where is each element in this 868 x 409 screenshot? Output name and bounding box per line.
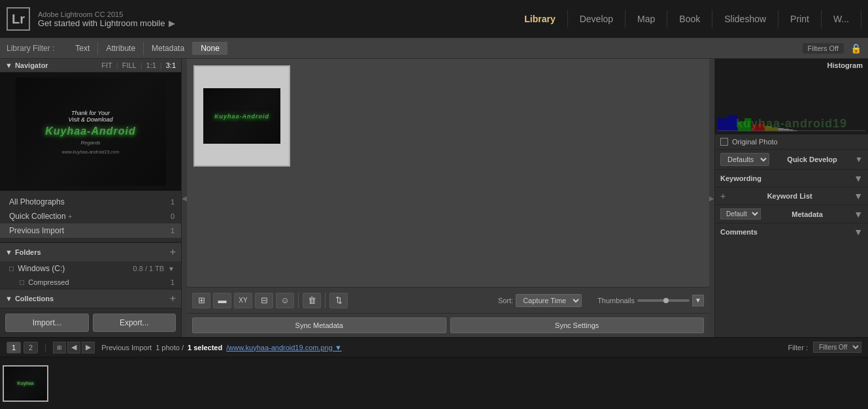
folder-arrow-icon: ▼	[168, 265, 175, 272]
lock-icon[interactable]: 🔒	[850, 43, 861, 54]
status-selected: 1 selected	[188, 344, 222, 352]
keyword-list-add-icon[interactable]: +	[720, 191, 726, 201]
quick-develop-title: Quick Develop	[787, 155, 837, 163]
folders-header[interactable]: ▼ Folders +	[0, 242, 181, 261]
metadata-title: Metadata	[792, 210, 823, 218]
tab-slideshow[interactable]: Slideshow	[712, 10, 778, 28]
tab-book[interactable]: Book	[667, 10, 712, 28]
survey-view-button[interactable]: ⊟	[255, 293, 273, 308]
catalog-previous-import[interactable]: Previous Import 1	[0, 223, 181, 238]
export-button[interactable]: Export...	[93, 314, 176, 332]
thumbnails-dropdown[interactable]: ▼	[692, 295, 704, 306]
center-panel: Kuyhaa-Android ⊞ ▬ XY ⊟ ☺ 🗑 ⇅ Sort: Capt…	[187, 59, 709, 337]
zoom-3-1[interactable]: 3:1	[166, 61, 176, 69]
sync-settings-button[interactable]: Sync Settings	[450, 318, 705, 333]
histogram-area: Histogram kuyhaa-android19	[715, 59, 868, 134]
histogram-title: Histogram	[827, 61, 863, 69]
delete-button[interactable]: 🗑	[303, 293, 321, 308]
svg-rect-2	[738, 122, 744, 131]
zoom-fit[interactable]: FIT	[101, 61, 112, 69]
filters-off-button[interactable]: Filters Off	[803, 43, 844, 54]
filter-label-status: Filter :	[788, 344, 808, 352]
original-photo-checkbox[interactable]	[720, 138, 728, 146]
navigator-triangle[interactable]: ▼	[5, 61, 12, 69]
svg-rect-1	[727, 115, 737, 131]
filter-value-select[interactable]: Filters Off	[813, 342, 861, 353]
filter-options: Text Attribute Metadata None	[67, 42, 802, 55]
nav-tabs: Library Develop Map Book Slideshow Print…	[512, 10, 861, 28]
thumb-size-area: Thumbnails ▼	[597, 295, 704, 306]
navigator-title: ▼ Navigator	[5, 61, 48, 69]
photo-preview: Thank for YourVisit & Download Kuyhaa-An…	[16, 78, 166, 186]
left-panel-collapse[interactable]: ◀	[182, 59, 187, 337]
status-url[interactable]: /www.kuyhaa-android19.com.png ▼	[226, 344, 342, 352]
tab-print[interactable]: Print	[778, 10, 822, 28]
photo-thumbnail-1[interactable]: Kuyhaa-Android	[193, 65, 290, 167]
grid-view-button[interactable]: ⊞	[192, 293, 210, 308]
tagline-arrow[interactable]: ▶	[169, 18, 175, 28]
svg-rect-5	[758, 123, 765, 131]
face-view-button[interactable]: ☺	[276, 293, 294, 308]
status-info: Previous Import 1 photo / 1 selected /ww…	[101, 344, 342, 352]
prev-arrow[interactable]: ◀	[67, 342, 80, 353]
app-logo: Lr	[7, 7, 30, 31]
app-info: Adobe Lightroom CC 2015 Get started with…	[38, 10, 512, 28]
folder-icon: □	[20, 278, 24, 287]
keyword-list-section[interactable]: + Keyword List ▼	[715, 187, 868, 204]
filmstrip: Kuyhaa	[0, 357, 868, 409]
tab-web[interactable]: W...	[822, 10, 861, 28]
slider-handle[interactable]	[663, 298, 669, 303]
filter-metadata[interactable]: Metadata	[143, 42, 192, 55]
subfolder-compressed[interactable]: □ Compressed 1	[0, 276, 181, 289]
folder-windows-c[interactable]: □ Windows (C:) 0.8 / 1 TB ▼	[0, 261, 181, 276]
sync-metadata-button[interactable]: Sync Metadata	[192, 318, 446, 333]
metadata-dropdown[interactable]: Default	[720, 208, 761, 220]
sync-buttons-area: Sync Metadata Sync Settings	[187, 313, 709, 337]
sort-icon-button[interactable]: ⇅	[329, 293, 348, 308]
filmstrip-item-1[interactable]: Kuyhaa	[3, 365, 48, 402]
sort-select[interactable]: Capture Time File Name Rating	[516, 294, 582, 307]
svg-rect-0	[718, 118, 727, 131]
quick-develop-dropdown[interactable]: Defaults	[720, 153, 769, 166]
right-panel: Histogram kuyhaa-android19	[714, 59, 868, 337]
right-panel-collapse[interactable]: ▶	[709, 59, 714, 337]
filter-none[interactable]: None	[192, 42, 227, 55]
main-area: ▼ Navigator FIT | FILL | 1:1 | 3:1 Thank…	[0, 59, 868, 337]
thumbnail-size-slider[interactable]	[637, 299, 690, 302]
filter-right-status: Filter : Filters Off	[788, 342, 861, 353]
tab-develop[interactable]: Develop	[568, 10, 626, 28]
catalog-section: All Photographs 1 Quick Collection + 0 P…	[0, 191, 181, 242]
filter-text[interactable]: Text	[67, 42, 97, 55]
metadata-section[interactable]: Default Metadata ▼	[715, 204, 868, 223]
filter-attribute[interactable]: Attribute	[97, 42, 143, 55]
collections-title: ▼ Collections	[5, 295, 54, 303]
quick-develop-expand-icon[interactable]: ▼	[855, 155, 863, 164]
filmstrip-grid-icon[interactable]: ⊞	[53, 342, 66, 353]
page-2-button[interactable]: 2	[24, 342, 38, 353]
zoom-1-1[interactable]: 1:1	[146, 61, 156, 69]
catalog-all-photographs[interactable]: All Photographs 1	[0, 195, 181, 209]
compare-view-button[interactable]: XY	[234, 293, 252, 308]
import-button[interactable]: Import...	[5, 314, 89, 332]
next-arrow[interactable]: ▶	[82, 342, 95, 353]
page-1-button[interactable]: 1	[7, 342, 21, 353]
folders-add-button[interactable]: +	[170, 246, 176, 258]
comments-expand-icon: ▼	[854, 227, 863, 237]
collections-header[interactable]: ▼ Collections +	[0, 289, 181, 308]
zoom-fill[interactable]: FILL	[122, 61, 137, 69]
sort-area: Sort: Capture Time File Name Rating	[498, 294, 582, 307]
toolbar-sep-1	[298, 293, 299, 308]
keywording-title: Keywording	[720, 174, 761, 182]
loupe-view-button[interactable]: ▬	[213, 293, 231, 308]
collections-add-button[interactable]: +	[170, 293, 176, 304]
tab-library[interactable]: Library	[512, 10, 567, 28]
catalog-quick-collection[interactable]: Quick Collection + 0	[0, 209, 181, 223]
comments-section[interactable]: Comments ▼	[715, 223, 868, 240]
keywording-section[interactable]: Keywording ▼	[715, 169, 868, 187]
quick-develop-row: Defaults Quick Develop ▼	[715, 149, 868, 169]
top-bar: Lr Adobe Lightroom CC 2015 Get started w…	[0, 0, 868, 38]
tab-map[interactable]: Map	[626, 10, 667, 28]
hard-drive-icon: □	[9, 264, 14, 273]
navigator-header: ▼ Navigator FIT | FILL | 1:1 | 3:1	[0, 59, 181, 73]
keyword-list-expand-icon: ▼	[854, 191, 863, 201]
